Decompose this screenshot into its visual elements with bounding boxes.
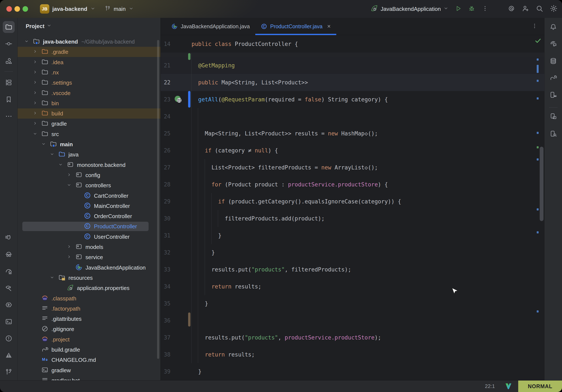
tree-item-CHANGELOG.md[interactable]: MCHANGELOG.md	[18, 355, 161, 365]
error-stripe-mark[interactable]	[537, 80, 539, 82]
incognito-icon[interactable]	[3, 249, 15, 261]
code-with-me-icon[interactable]	[522, 5, 529, 13]
debug-button[interactable]	[468, 5, 475, 13]
gradle-icon[interactable]	[547, 72, 559, 83]
error-stripe-mark[interactable]	[537, 132, 539, 134]
tree-item-monostore.backend[interactable]: monostore.backend	[18, 160, 161, 170]
run-configuration-select[interactable]: JavaBackendApplication	[371, 4, 448, 14]
folded-region-band[interactable]	[161, 52, 545, 57]
vcs-modified-marker[interactable]	[188, 91, 190, 107]
tree-item-MainController[interactable]: CMainController	[18, 201, 161, 211]
tree-item-application.properties[interactable]: application.properties	[18, 283, 161, 293]
cat-plugin-icon[interactable]	[3, 232, 15, 244]
bookmarks-icon[interactable]	[3, 94, 15, 106]
vcs-added-marker[interactable]	[188, 53, 190, 60]
tree-item-main[interactable]: main	[18, 139, 161, 149]
terminal-icon[interactable]	[3, 316, 15, 328]
build-icon[interactable]	[3, 282, 15, 294]
tree-item-UserController[interactable]: CUserController	[18, 232, 161, 242]
tree-item-src[interactable]: src	[18, 129, 161, 139]
ai-assistant-icon[interactable]	[547, 38, 559, 50]
tree-item-build.gradle[interactable]: build.gradle	[18, 344, 161, 355]
notifications-warning-icon[interactable]	[3, 349, 15, 361]
tree-item-java-backend[interactable]: java-backend~/Github/java-backend	[18, 36, 161, 47]
editor-tab-JavaBackendApplication.java[interactable]: JavaBackendApplication.java	[166, 18, 255, 35]
tree-item-CartController[interactable]: CCartController	[18, 191, 161, 201]
chevron-down-icon[interactable]	[129, 6, 134, 12]
branch-name[interactable]: main	[114, 6, 126, 12]
git-icon[interactable]	[3, 366, 15, 378]
tree-item-.project[interactable]: .project	[18, 334, 161, 344]
tree-item-java[interactable]: java	[18, 149, 161, 160]
tree-item-bin[interactable]: bin	[18, 98, 161, 108]
more-tool-windows-icon[interactable]	[3, 110, 15, 122]
error-stripe-mark[interactable]	[537, 231, 539, 233]
tree-item-.gitattributes[interactable]: .gitattributes	[18, 314, 161, 324]
notifications-bell-icon[interactable]	[547, 21, 559, 33]
tree-item-gradlew.bat[interactable]: gradlew.bat	[18, 375, 161, 380]
project-tree-scrollbar[interactable]	[157, 40, 159, 359]
device-manager-icon[interactable]	[547, 89, 559, 101]
tab-options-icon[interactable]	[531, 23, 538, 30]
error-stripe-mark[interactable]	[537, 310, 539, 312]
more-actions-icon[interactable]	[482, 5, 489, 13]
vcs-whitespace-marker[interactable]	[188, 312, 190, 327]
tree-item-models[interactable]: models	[18, 242, 161, 252]
settings-gear-icon[interactable]	[550, 4, 558, 13]
error-stripe-mark[interactable]	[537, 208, 539, 211]
error-stripe-mark[interactable]	[537, 158, 539, 161]
problems-icon[interactable]	[3, 333, 15, 344]
tree-item-build[interactable]: build	[18, 108, 161, 119]
endpoint-globe-icon[interactable]	[174, 95, 182, 104]
error-stripe-mark[interactable]	[537, 146, 539, 148]
hierarchy-icon[interactable]	[3, 77, 15, 88]
editor-scrollbar[interactable]	[540, 147, 543, 221]
tree-item-resources[interactable]: resources	[18, 273, 161, 283]
project-badge[interactable]: JB	[40, 4, 49, 14]
tree-item-.gradle[interactable]: .gradle	[18, 47, 161, 57]
minimize-window-button[interactable]	[14, 6, 20, 12]
close-tab-icon[interactable]: ×	[327, 23, 330, 30]
services-icon[interactable]	[3, 299, 15, 311]
project-folder-icon[interactable]	[3, 21, 15, 33]
tree-item-.gitignore[interactable]: .gitignore	[18, 324, 161, 334]
vim-mode-badge[interactable]: NORMAL	[518, 380, 562, 392]
caret-position-widget[interactable]: 22:1	[485, 383, 495, 389]
profiler-icon[interactable]	[3, 265, 15, 277]
commit-icon[interactable]	[3, 38, 15, 50]
close-window-button[interactable]	[6, 6, 12, 12]
chevron-down-icon[interactable]	[90, 6, 95, 12]
tree-item-.settings[interactable]: .settings	[18, 78, 161, 88]
run-button[interactable]	[455, 5, 462, 13]
code-editor[interactable]: 14public class ProductController {21 @Ge…	[161, 35, 545, 380]
tree-item-.idea[interactable]: .idea	[18, 57, 161, 67]
tree-item-service[interactable]: service	[18, 252, 161, 262]
project-view-selector[interactable]: Project	[26, 23, 52, 30]
error-stripe-mark[interactable]	[537, 59, 539, 60]
device-explorer-icon[interactable]	[547, 128, 559, 140]
tree-item-config[interactable]: config	[18, 170, 161, 180]
structure-shapes-icon[interactable]	[3, 55, 15, 67]
tree-item-ProductController[interactable]: CProductController	[18, 221, 161, 231]
error-stripe-mark[interactable]	[537, 97, 539, 99]
project-name[interactable]: java-backend	[52, 6, 87, 12]
tree-item-gradle[interactable]: gradle	[18, 119, 161, 129]
error-stripe-mark[interactable]	[537, 65, 539, 73]
tree-item-.classpath[interactable]: .classpath	[18, 293, 161, 304]
zoom-window-button[interactable]	[23, 6, 28, 12]
tree-item-JavaBackendApplication[interactable]: JavaBackendApplication	[18, 262, 161, 273]
editor-tab-ProductController.java[interactable]: CProductController.java×	[255, 18, 336, 35]
search-everywhere-icon[interactable]	[536, 5, 543, 13]
database-icon[interactable]	[547, 55, 559, 67]
tree-item-.vscode[interactable]: .vscode	[18, 88, 161, 98]
ai-mention-icon[interactable]	[508, 5, 515, 13]
running-devices-icon[interactable]	[547, 110, 559, 122]
inspections-ok-check-icon[interactable]	[534, 37, 542, 45]
tree-item-.nx[interactable]: .nx	[18, 67, 161, 78]
tree-item-.factorypath[interactable]: .factorypath	[18, 304, 161, 314]
vim-icon[interactable]	[505, 382, 512, 390]
tree-item-OrderController[interactable]: COrderController	[18, 211, 161, 221]
tree-item-gradlew[interactable]: gradlew	[18, 365, 161, 375]
tree-item-controllers[interactable]: controllers	[18, 180, 161, 190]
chevron-collapsed-icon	[67, 254, 71, 259]
